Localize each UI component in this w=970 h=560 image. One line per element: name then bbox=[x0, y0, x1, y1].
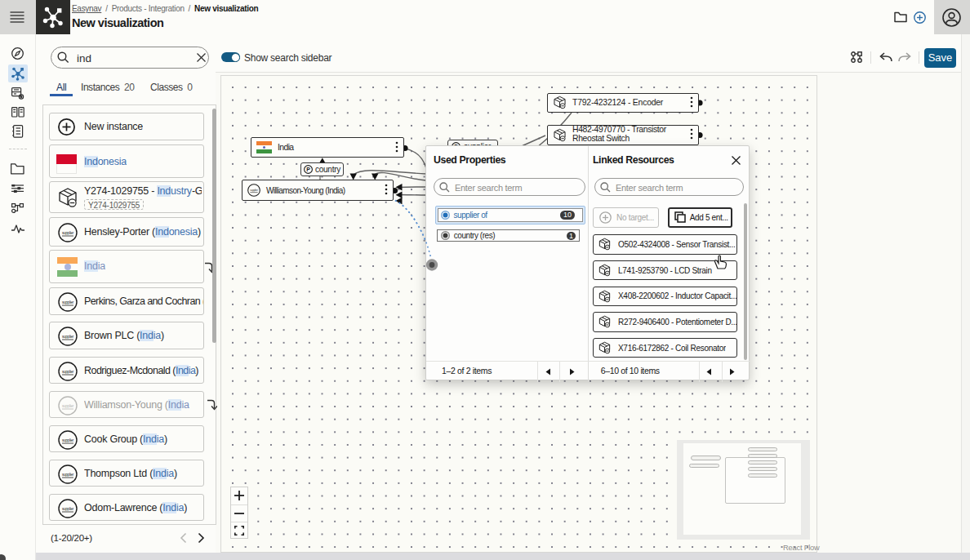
svg-text:supplier: supplier bbox=[62, 335, 74, 339]
svg-text:supplier: supplier bbox=[62, 403, 74, 407]
svg-text:supplier: supplier bbox=[62, 231, 74, 235]
svg-text:P: P bbox=[306, 167, 310, 172]
svg-text:supplier: supplier bbox=[62, 472, 74, 476]
svg-text:supplier: supplier bbox=[250, 189, 258, 192]
svg-text:supplier: supplier bbox=[62, 438, 74, 442]
svg-text:supplier: supplier bbox=[62, 369, 74, 373]
svg-text:supplier: supplier bbox=[62, 507, 74, 511]
svg-text:supplier: supplier bbox=[62, 300, 74, 304]
